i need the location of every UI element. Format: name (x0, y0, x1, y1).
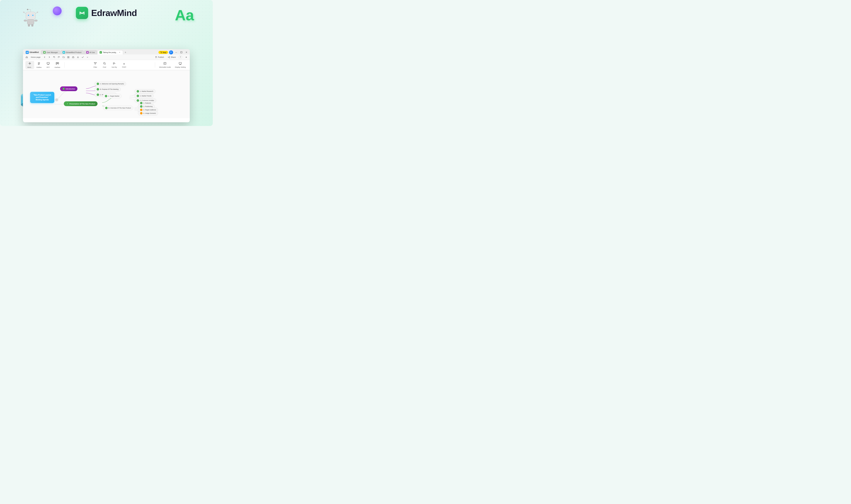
target-market-node[interactable]: ✓ A. Target Market (103, 94, 122, 98)
tab-taking-label: Taking the postg... (103, 51, 117, 53)
market-research-node[interactable]: ✓ 1. Market Research (135, 89, 156, 93)
expand-button[interactable] (184, 55, 188, 59)
find-button[interactable]: Find (100, 61, 109, 69)
navigation-buttons: Home page (25, 55, 89, 59)
svg-point-29 (161, 53, 162, 53)
tab-taking-the-postg[interactable]: Taking the postg... ✕ (97, 50, 123, 54)
dropdown-arrow-button[interactable] (85, 55, 89, 59)
svg-rect-62 (164, 62, 166, 65)
tab-edrawmind-product-label: EdrawMind Product (66, 51, 82, 53)
svg-point-42 (29, 63, 30, 64)
outline-icon (37, 62, 41, 66)
welcome-node[interactable]: ✓ A. Welcome And Opening Remarks (94, 82, 126, 86)
svg-rect-31 (68, 56, 68, 57)
toolbar-separator-1 (64, 62, 65, 68)
display-setting-button[interactable]: Display Setting (173, 61, 187, 69)
tab-edrawmind-product[interactable]: EdrawMind Product (60, 50, 84, 54)
tab-ai-use[interactable]: AI Use (84, 50, 97, 54)
filter-button[interactable]: Filter (91, 61, 99, 69)
mresearch-check-icon: ✓ (137, 90, 139, 92)
tab-user-manager[interactable]: User Manager (41, 50, 60, 54)
tab-user-manager-label: User Manager (47, 51, 58, 53)
svg-point-8 (28, 15, 29, 16)
minimalist-icon (163, 62, 167, 66)
purpose-node[interactable]: ✓ B. Purpose Of The Meeting (94, 87, 121, 91)
svg-point-27 (87, 52, 88, 53)
svg-point-25 (44, 52, 45, 53)
browser-chrome: W EdrawMind User Manager EdrawMind Produ… (23, 49, 190, 70)
svg-rect-14 (27, 19, 34, 24)
svg-rect-36 (73, 57, 74, 58)
window-controls: buy U ─ ✕ (158, 50, 188, 54)
canvas-fade-bottom (23, 111, 190, 118)
find-icon (103, 62, 106, 66)
brand-name: EdrawMind (30, 51, 39, 53)
presentation-node[interactable]: ✓ Presentation Of The New Product (64, 101, 98, 106)
insert-button[interactable]: + Insert (120, 61, 128, 69)
usage-scenario-node[interactable]: ✓ 4. Usage Scenario (138, 111, 158, 115)
purple-sphere-decoration (53, 6, 62, 15)
buy-badge[interactable]: buy (158, 51, 168, 54)
close-button[interactable]: ✕ (184, 50, 188, 54)
overview-node[interactable]: ✓ B. Overview Of The New Product (103, 106, 133, 110)
address-bar-row: Home page (23, 54, 190, 60)
svg-point-28 (161, 53, 161, 53)
view-mode-buttons: Mind... Outline PPT (25, 61, 62, 69)
svg-point-26 (63, 52, 65, 53)
undo-button[interactable] (52, 55, 56, 59)
mindmap-icon (28, 62, 32, 66)
wondershare-brand: W EdrawMind (24, 51, 40, 54)
central-node[interactable]: "New Product Launch and Promotion" Meeti… (30, 92, 54, 103)
svg-point-2 (27, 9, 28, 10)
toolbar: Mind... Outline PPT (23, 60, 190, 70)
print-button[interactable] (71, 55, 75, 59)
svg-rect-17 (28, 24, 30, 26)
export-button[interactable] (76, 55, 80, 59)
publish-button[interactable]: Publish (154, 56, 165, 59)
target-check-icon: ✓ (105, 95, 107, 97)
minimize-button[interactable]: ─ (174, 50, 178, 54)
svg-rect-34 (69, 57, 69, 58)
ppt-button[interactable]: PPT (44, 61, 53, 69)
filter-icon (94, 62, 97, 66)
folder-button[interactable] (62, 55, 66, 59)
nav-right-actions: Publish Share ? (154, 55, 188, 59)
sort-by-button[interactable]: Sort By (110, 61, 119, 69)
help-button[interactable]: ? (178, 55, 182, 59)
ppt-icon (47, 62, 50, 66)
home-page-button[interactable]: Home page (30, 56, 42, 59)
uscenario-check-icon: ✓ (140, 112, 142, 114)
kanban-button[interactable]: Kanban (53, 61, 62, 69)
mind-map-button[interactable]: Mind... (25, 61, 34, 69)
minimalist-mode-button[interactable]: Minimalist mode (157, 61, 173, 69)
back-button[interactable] (42, 55, 47, 59)
maximize-button[interactable] (179, 50, 183, 54)
central-expand-button[interactable]: – (55, 98, 58, 101)
display-setting-icon (179, 62, 182, 66)
checkmark-button[interactable] (81, 55, 85, 59)
robot-decoration (22, 8, 39, 27)
outline-button[interactable]: Outline (35, 61, 44, 69)
new-tab-button[interactable]: + (123, 50, 127, 54)
svg-point-39 (168, 57, 169, 57)
user-avatar[interactable]: U (169, 50, 173, 54)
svg-line-41 (169, 57, 169, 58)
tab-bar: W EdrawMind User Manager EdrawMind Produ… (23, 49, 190, 54)
mindmap-canvas[interactable]: "New Product Launch and Promotion" Meeti… (23, 70, 190, 118)
share-button[interactable]: Share (167, 56, 177, 59)
introduction-check-icon: ✓ (63, 88, 65, 90)
tab-close-button[interactable]: ✕ (119, 51, 121, 54)
forward-button[interactable] (47, 55, 51, 59)
edrawmind-logo-text: EdrawMind (91, 8, 137, 18)
redo-button[interactable] (57, 55, 61, 59)
sort-icon (113, 62, 116, 66)
grid-button[interactable] (66, 55, 70, 59)
svg-point-13 (37, 12, 38, 13)
home-icon[interactable] (25, 55, 29, 59)
welcome-check-icon: ✓ (97, 83, 99, 85)
svg-rect-30 (180, 52, 182, 53)
market-trends-node[interactable]: ✓ 2. Market Trends (135, 94, 154, 98)
introduction-node[interactable]: ✓ Introduction (60, 86, 77, 91)
overview-check-icon: ✓ (105, 107, 108, 109)
svg-point-9 (33, 15, 33, 16)
